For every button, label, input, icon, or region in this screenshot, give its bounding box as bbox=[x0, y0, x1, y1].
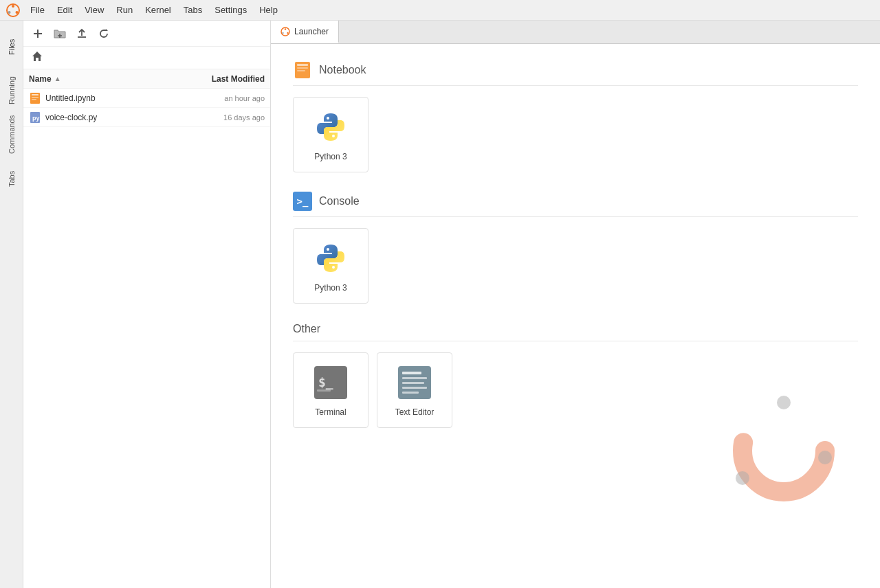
menubar: File Edit View Run Kernel Tabs Settings … bbox=[0, 0, 880, 21]
activity-bar: Files Running Commands Tabs bbox=[0, 21, 23, 588]
python3-console-icon bbox=[311, 239, 350, 278]
menu-help[interactable]: Help bbox=[254, 3, 283, 16]
other-section-title: Other bbox=[293, 323, 320, 335]
console-section-title: Console bbox=[319, 195, 360, 207]
notebook-file-icon bbox=[29, 92, 41, 104]
new-file-button[interactable] bbox=[29, 25, 47, 43]
file-modified: 16 days ago bbox=[223, 113, 265, 122]
upload-button[interactable] bbox=[73, 25, 91, 43]
home-button[interactable] bbox=[29, 49, 45, 66]
console-section-header: >_ Console bbox=[293, 192, 858, 217]
launcher-tab-label: Launcher bbox=[294, 27, 329, 36]
svg-rect-10 bbox=[32, 97, 38, 98]
menu-run[interactable]: Run bbox=[111, 3, 138, 16]
modified-column-header[interactable]: Last Modified bbox=[212, 74, 265, 84]
other-cards: $_ Terminal Text Editor bbox=[293, 352, 858, 428]
notebook-section-header: Notebook bbox=[293, 60, 858, 86]
terminal-icon: $_ bbox=[311, 363, 350, 402]
terminal-label: Terminal bbox=[315, 407, 346, 417]
svg-rect-28 bbox=[317, 389, 331, 392]
svg-point-24 bbox=[327, 248, 329, 251]
menu-settings[interactable]: Settings bbox=[209, 3, 252, 16]
svg-rect-11 bbox=[32, 99, 36, 100]
text-editor-label: Text Editor bbox=[395, 407, 434, 417]
python3-notebook-label: Python 3 bbox=[314, 152, 346, 161]
notebook-section-icon bbox=[293, 60, 312, 80]
svg-point-38 bbox=[736, 471, 749, 485]
python-file-icon: py bbox=[29, 111, 41, 124]
file-list: Untitled.ipynb an hour ago py voice-cloc… bbox=[23, 89, 270, 588]
python3-notebook-icon bbox=[311, 108, 350, 146]
terminal-card[interactable]: $_ Terminal bbox=[293, 352, 368, 428]
svg-point-37 bbox=[818, 451, 832, 464]
new-folder-button[interactable] bbox=[51, 25, 69, 43]
file-row[interactable]: py voice-clock.py 16 days ago bbox=[23, 108, 270, 127]
svg-point-16 bbox=[287, 32, 288, 33]
menu-kernel[interactable]: Kernel bbox=[140, 3, 177, 16]
svg-rect-34 bbox=[402, 392, 419, 394]
file-list-header: Name ▲ Last Modified bbox=[23, 69, 270, 89]
svg-point-15 bbox=[285, 28, 286, 30]
menu-file[interactable]: File bbox=[25, 3, 50, 16]
svg-rect-21 bbox=[297, 70, 305, 71]
other-section-header: Other bbox=[293, 323, 858, 341]
tab-bar: Launcher bbox=[271, 21, 880, 44]
text-editor-icon bbox=[395, 363, 434, 402]
launcher-tab-icon bbox=[280, 27, 290, 36]
panel-toolbar bbox=[23, 21, 270, 47]
notebook-icon bbox=[293, 60, 312, 80]
activity-commands[interactable]: Commands bbox=[2, 114, 21, 155]
svg-point-2 bbox=[16, 11, 19, 14]
menu-tabs[interactable]: Tabs bbox=[178, 3, 208, 16]
svg-rect-32 bbox=[402, 382, 424, 384]
left-panel: Name ▲ Last Modified Untitled.ipynb an h… bbox=[23, 21, 271, 588]
python3-notebook-card[interactable]: Python 3 bbox=[293, 97, 368, 172]
svg-rect-31 bbox=[402, 377, 427, 379]
right-content: Launcher Notebook bbox=[271, 21, 880, 588]
svg-point-1 bbox=[12, 5, 14, 8]
jupyter-logo bbox=[6, 3, 21, 18]
launcher-content: Notebook bbox=[271, 44, 880, 588]
svg-point-17 bbox=[282, 32, 283, 33]
text-editor-card[interactable]: Text Editor bbox=[377, 352, 452, 428]
console-cards: Python 3 bbox=[293, 228, 858, 304]
refresh-button[interactable] bbox=[95, 25, 113, 43]
python3-console-label: Python 3 bbox=[314, 283, 346, 293]
sort-icon: ▲ bbox=[54, 75, 61, 82]
activity-files[interactable]: Files bbox=[2, 26, 21, 67]
notebook-section-title: Notebook bbox=[319, 64, 366, 76]
svg-text:py: py bbox=[32, 115, 40, 122]
notebook-cards: Python 3 bbox=[293, 97, 858, 172]
svg-point-23 bbox=[332, 135, 335, 137]
file-name: Untitled.ipynb bbox=[45, 93, 224, 103]
svg-rect-19 bbox=[297, 64, 308, 66]
python3-console-card[interactable]: Python 3 bbox=[293, 228, 368, 304]
console-icon: >_ bbox=[293, 192, 312, 211]
name-column-header[interactable]: Name ▲ bbox=[29, 74, 212, 84]
main-layout: Files Running Commands Tabs bbox=[0, 21, 880, 588]
svg-rect-20 bbox=[297, 67, 308, 69]
menu-view[interactable]: View bbox=[79, 3, 109, 16]
home-bar bbox=[23, 47, 270, 69]
file-row[interactable]: Untitled.ipynb an hour ago bbox=[23, 89, 270, 108]
menu-edit[interactable]: Edit bbox=[52, 3, 78, 16]
svg-rect-30 bbox=[402, 372, 421, 374]
console-section-icon: >_ bbox=[293, 192, 312, 211]
launcher-tab[interactable]: Launcher bbox=[271, 21, 339, 43]
svg-point-25 bbox=[332, 266, 335, 269]
svg-rect-9 bbox=[32, 94, 38, 95]
file-name: voice-clock.py bbox=[45, 113, 223, 122]
svg-point-3 bbox=[8, 11, 11, 14]
svg-text:$_: $_ bbox=[318, 375, 333, 389]
svg-rect-33 bbox=[402, 387, 427, 389]
activity-running[interactable]: Running bbox=[2, 70, 21, 111]
svg-point-22 bbox=[327, 117, 329, 120]
file-modified: an hour ago bbox=[224, 94, 265, 102]
activity-tabs[interactable]: Tabs bbox=[2, 158, 21, 199]
